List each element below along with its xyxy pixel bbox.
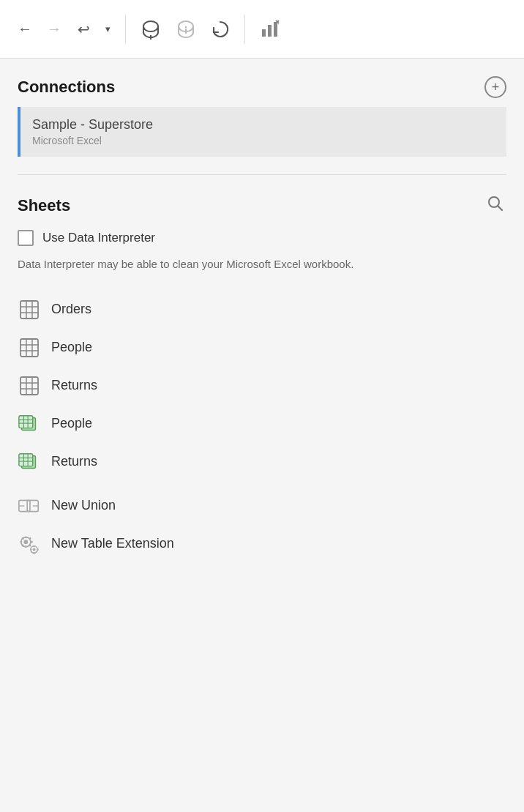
svg-rect-56: [33, 545, 34, 547]
section-gap: [18, 481, 506, 487]
undo-dropdown-button[interactable]: ▾: [100, 16, 116, 42]
interpreter-note: Data Interpreter may be able to clean yo…: [18, 256, 506, 273]
sheet-item-people1[interactable]: People: [18, 329, 506, 367]
sheet-label-returns1: Returns: [51, 378, 97, 393]
returns2-icon: [18, 450, 41, 474]
svg-point-5: [185, 26, 187, 27]
connections-header: Connections +: [18, 76, 506, 98]
connection-type: Microsoft Excel: [32, 135, 495, 146]
svg-rect-8: [274, 22, 277, 37]
toolbar-separator-1: [125, 15, 126, 44]
svg-rect-18: [20, 339, 38, 357]
toolbar: ← → ↩ ▾: [0, 0, 524, 59]
chart-button[interactable]: [254, 16, 286, 42]
sheets-title: Sheets: [18, 196, 70, 215]
svg-rect-57: [33, 552, 34, 554]
connection-item[interactable]: Sample - Superstore Microsoft Excel: [18, 107, 506, 157]
search-button[interactable]: [484, 193, 506, 218]
back-button[interactable]: ←: [12, 16, 38, 42]
sheet-item-new-union[interactable]: New Union: [18, 487, 506, 525]
interpreter-checkbox-label: Use Data Interpreter: [42, 231, 155, 245]
named-range-icon-2: [18, 452, 41, 472]
toolbar-separator-2: [244, 15, 245, 44]
sheet-item-new-table-ext[interactable]: New Table Extension: [18, 525, 506, 563]
table-grid-icon-2: [19, 338, 40, 358]
section-divider: [18, 174, 506, 175]
sheet-label-new-table-ext: New Table Extension: [51, 536, 174, 551]
connections-title: Connections: [18, 78, 115, 97]
sheet-item-people2[interactable]: People: [18, 405, 506, 443]
new-table-ext-icon: [18, 532, 41, 556]
table-grid-icon-3: [19, 376, 40, 396]
sheet-item-orders[interactable]: Orders: [18, 291, 506, 329]
svg-rect-13: [20, 301, 38, 319]
table-ext-icon: [18, 532, 41, 556]
add-connection-button[interactable]: +: [484, 76, 506, 98]
svg-rect-29: [19, 415, 33, 428]
union-icon: [18, 496, 41, 516]
svg-rect-46: [25, 536, 27, 537]
people2-icon: [18, 412, 41, 436]
sheet-label-orders: Orders: [51, 302, 91, 317]
returns1-icon: [18, 374, 41, 398]
sheet-item-returns1[interactable]: Returns: [18, 367, 506, 405]
search-icon: [487, 195, 504, 212]
table-grid-icon: [19, 299, 40, 320]
refresh-button[interactable]: [205, 16, 236, 42]
forward-button[interactable]: →: [41, 16, 67, 42]
svg-rect-58: [30, 548, 31, 550]
sheet-label-people1: People: [51, 340, 92, 355]
sheet-label-returns2: Returns: [51, 454, 97, 469]
svg-line-12: [498, 206, 503, 211]
sheet-label-people2: People: [51, 416, 92, 431]
sheet-label-new-union: New Union: [51, 498, 116, 513]
add-datasource-icon: [141, 19, 161, 40]
new-union-icon: [18, 494, 41, 518]
orders-icon: [18, 298, 41, 321]
svg-point-45: [23, 540, 28, 544]
sheets-header: Sheets: [18, 193, 506, 218]
svg-rect-6: [262, 29, 266, 37]
refresh-icon: [211, 20, 230, 39]
chart-icon: [260, 19, 280, 40]
svg-rect-48: [20, 540, 22, 543]
interpreter-checkbox[interactable]: [18, 230, 34, 246]
svg-point-55: [33, 548, 36, 551]
people1-icon: [18, 336, 41, 360]
svg-rect-47: [25, 545, 27, 547]
svg-rect-49: [31, 540, 32, 543]
datasource-info-button[interactable]: [170, 16, 202, 42]
main-content: Connections + Sample - Superstore Micros…: [0, 59, 524, 563]
svg-rect-7: [268, 25, 272, 37]
interpreter-checkbox-row[interactable]: Use Data Interpreter: [18, 230, 506, 246]
svg-rect-59: [37, 548, 39, 550]
undo-button[interactable]: ↩: [70, 16, 97, 42]
svg-rect-53: [29, 544, 31, 547]
svg-rect-23: [20, 377, 38, 395]
sheet-item-returns2[interactable]: Returns: [18, 443, 506, 481]
svg-rect-35: [19, 453, 33, 466]
datasource-info-icon: [176, 19, 196, 40]
named-range-icon: [18, 414, 41, 434]
connection-name: Sample - Superstore: [32, 117, 495, 133]
add-datasource-button[interactable]: [135, 16, 167, 42]
svg-point-0: [143, 21, 158, 31]
